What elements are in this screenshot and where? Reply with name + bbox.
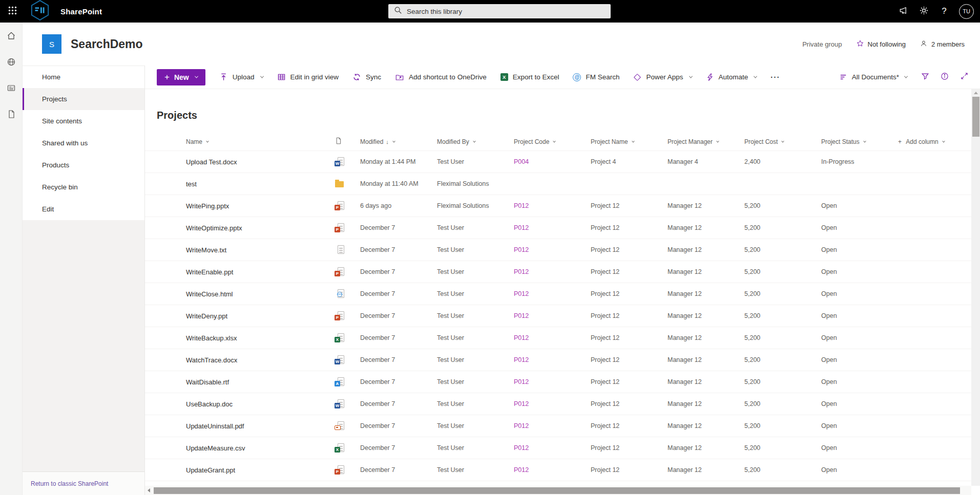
classic-sharepoint-link[interactable]: Return to classic SharePoint <box>31 480 108 487</box>
project-code-cell[interactable]: P012 <box>514 466 591 474</box>
project-code-cell[interactable]: P012 <box>514 400 591 407</box>
project-code-cell[interactable]: P012 <box>514 422 591 429</box>
table-row[interactable]: WriteDeny.pptPDecember 7Test UserP012Pro… <box>145 305 980 327</box>
cmd-fm-search[interactable]: @FM Search <box>573 73 619 81</box>
vertical-scrollbar[interactable] <box>971 89 980 486</box>
sidebar-item-site-contents[interactable]: Site contents <box>23 110 144 132</box>
rail-my-sites-button[interactable] <box>6 57 16 69</box>
file-name-cell[interactable]: test <box>186 180 335 188</box>
follow-button[interactable]: Not following <box>856 39 906 49</box>
file-name-cell[interactable]: UpdateMeasure.csv <box>186 444 335 452</box>
search-input[interactable] <box>407 8 605 15</box>
file-name-cell[interactable]: WriteClose.html <box>186 290 335 298</box>
project-code-cell[interactable]: P012 <box>514 312 591 319</box>
account-avatar[interactable]: TU <box>959 4 974 19</box>
column-header-project-name[interactable]: Project Name <box>591 138 668 145</box>
project-code-cell[interactable]: P012 <box>514 290 591 297</box>
file-name-cell[interactable]: WatchTrace.docx <box>186 356 335 364</box>
cmd-upload[interactable]: Upload <box>219 73 263 81</box>
table-row[interactable]: WriteClose.htmlDecember 7Test UserP012Pr… <box>145 283 980 305</box>
table-row[interactable]: UpdateMeasure.csvXDecember 7Test UserP01… <box>145 437 980 459</box>
project-code-cell[interactable]: P012 <box>514 444 591 451</box>
members-button[interactable]: 2 members <box>920 39 965 49</box>
settings-button[interactable] <box>913 0 934 23</box>
cmd-sync[interactable]: Sync <box>352 73 381 81</box>
sidebar-item-projects[interactable]: Projects <box>23 88 144 110</box>
table-row[interactable]: UpdateGrant.pptPDecember 7Test UserP012P… <box>145 459 980 481</box>
file-name-cell[interactable]: WaitDisable.rtf <box>186 378 335 386</box>
rail-news-button[interactable] <box>6 83 16 95</box>
table-row[interactable]: WriteOptimize.pptxPDecember 7Test UserP0… <box>145 217 980 239</box>
table-row[interactable]: WriteMove.txtDecember 7Test UserP012Proj… <box>145 239 980 261</box>
project-code-cell[interactable]: P012 <box>514 246 591 253</box>
rail-documents-button[interactable] <box>6 109 16 121</box>
site-logo[interactable]: S <box>42 34 61 54</box>
project-code-cell[interactable]: P012 <box>514 202 591 209</box>
file-name-cell[interactable]: WritePing.pptx <box>186 202 335 210</box>
sidebar-item-products[interactable]: Products <box>23 154 144 176</box>
file-name-cell[interactable]: UseBackup.doc <box>186 400 335 408</box>
help-button[interactable]: ? <box>934 0 954 23</box>
table-row[interactable]: WatchTrace.docxWDecember 7Test UserP012P… <box>145 349 980 371</box>
file-name-cell[interactable]: WriteOptimize.pptx <box>186 224 335 232</box>
tenant-logo[interactable] <box>29 0 51 23</box>
project-code-cell[interactable]: P012 <box>514 356 591 363</box>
sidebar-item-recycle-bin[interactable]: Recycle bin <box>23 176 144 198</box>
feedback-button[interactable] <box>893 0 913 23</box>
table-row[interactable]: WritePing.pptxP6 days agoFleximal Soluti… <box>145 195 980 217</box>
sidebar-item-shared-with-us[interactable]: Shared with us <box>23 132 144 154</box>
column-header-modified[interactable]: Modified↓ <box>360 138 437 145</box>
table-row[interactable]: WriteBackup.xlsxXDecember 7Test UserP012… <box>145 327 980 349</box>
new-button[interactable]: + New <box>157 69 205 85</box>
project-code-cell[interactable]: P012 <box>514 334 591 341</box>
column-header-project-code[interactable]: Project Code <box>514 138 591 145</box>
sidebar-item-home[interactable]: Home <box>23 66 144 88</box>
file-name-cell[interactable]: UpdateGrant.ppt <box>186 466 335 474</box>
table-row[interactable]: WriteEnable.pptPDecember 7Test UserP012P… <box>145 261 980 283</box>
file-name-cell[interactable]: Upload Test.docx <box>186 158 335 166</box>
info-button[interactable] <box>936 69 953 85</box>
project-code-cell[interactable]: P004 <box>514 158 591 165</box>
app-launcher-button[interactable] <box>0 0 25 23</box>
column-header-project-cost[interactable]: Project Cost <box>744 138 821 145</box>
vertical-scrollbar-thumb[interactable] <box>972 97 979 137</box>
column-header-add-column[interactable]: + Add column <box>898 138 980 145</box>
table-row[interactable]: testMonday at 11:40 AMFleximal Solutions <box>145 173 980 195</box>
overflow-button[interactable]: ··· <box>770 73 780 81</box>
cmd-add-shortcut-to-onedrive[interactable]: Add shortcut to OneDrive <box>395 73 487 82</box>
cmd-power-apps[interactable]: Power Apps <box>633 73 692 81</box>
file-name-cell[interactable]: WriteBackup.xlsx <box>186 334 335 342</box>
rail-home-button[interactable] <box>6 31 16 43</box>
view-selector[interactable]: All Documents* <box>839 73 907 81</box>
table-row[interactable]: Upload Test.docxWMonday at 1:44 PMTest U… <box>145 151 980 173</box>
project-cost-cell: 5,200 <box>744 224 821 231</box>
file-name-cell[interactable]: WriteMove.txt <box>186 246 335 254</box>
horizontal-scrollbar[interactable] <box>145 486 971 495</box>
table-row[interactable]: UpdateUninstall.pdfDecember 7Test UserP0… <box>145 415 980 437</box>
file-name-cell[interactable]: WriteEnable.ppt <box>186 268 335 276</box>
filter-button[interactable] <box>916 69 934 85</box>
column-header-modified-by[interactable]: Modified By <box>437 138 514 145</box>
table-row[interactable]: WaitDisable.rtfADecember 7Test UserP012P… <box>145 371 980 393</box>
project-code-cell[interactable]: P012 <box>514 268 591 275</box>
column-header-name[interactable]: Name <box>186 138 335 145</box>
modified-by-cell: Fleximal Solutions <box>437 180 514 187</box>
file-name-cell[interactable]: WriteDeny.ppt <box>186 312 335 320</box>
modified-cell: December 7 <box>360 378 437 385</box>
sidebar-item-edit[interactable]: Edit <box>23 198 144 220</box>
cmd-export-to-excel[interactable]: XExport to Excel <box>501 73 559 81</box>
table-row[interactable]: UseBackup.docWDecember 7Test UserP012Pro… <box>145 393 980 415</box>
cmd-automate[interactable]: Automate <box>706 73 757 81</box>
suite-search[interactable] <box>388 4 611 18</box>
cmd-edit-in-grid-view[interactable]: Edit in grid view <box>277 73 339 81</box>
column-header-project-manager[interactable]: Project Manager <box>668 138 744 145</box>
fullscreen-button[interactable] <box>955 69 973 85</box>
horizontal-scrollbar-thumb[interactable] <box>154 487 960 494</box>
file-type-cell: A <box>335 377 360 387</box>
file-name-cell[interactable]: UpdateUninstall.pdf <box>186 422 335 430</box>
column-header-project-status[interactable]: Project Status <box>821 138 898 145</box>
project-code-cell[interactable]: P012 <box>514 378 591 385</box>
column-header-file-type[interactable] <box>335 137 360 146</box>
project-code-cell[interactable]: P012 <box>514 224 591 231</box>
project-cost-cell: 5,200 <box>744 202 821 209</box>
